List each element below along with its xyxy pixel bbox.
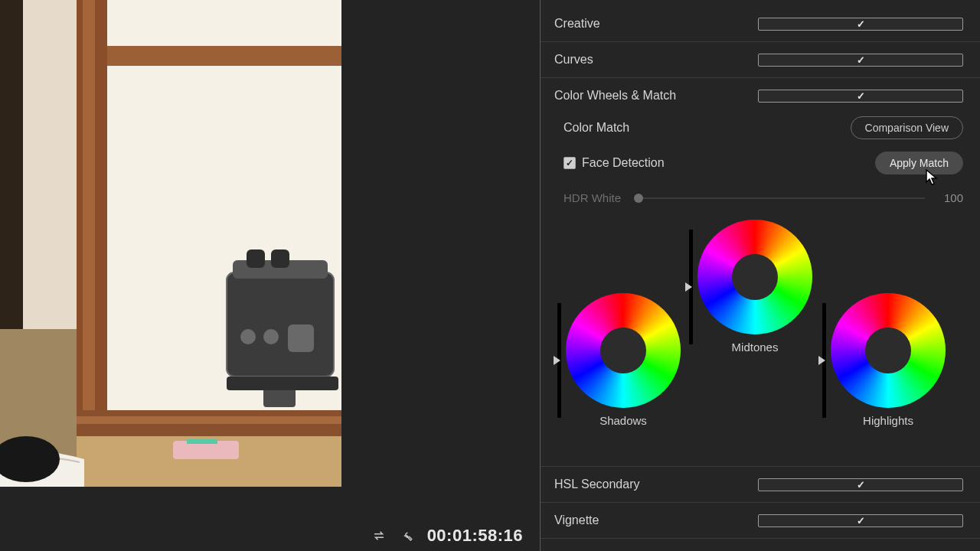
svg-rect-16 [271, 249, 289, 268]
hdr-white-slider [639, 197, 925, 199]
lumetri-panel: Creative Curves Color Wheels & Match Col… [541, 0, 980, 551]
color-match-label: Color Match [554, 121, 629, 135]
midtones-luma-slider[interactable] [689, 230, 693, 344]
section-hsl-secondary[interactable]: HSL Secondary [541, 467, 980, 503]
highlights-luma-slider[interactable] [822, 303, 826, 418]
shadows-luma-slider[interactable] [557, 303, 561, 418]
svg-rect-19 [288, 324, 314, 352]
svg-rect-6 [77, 416, 341, 424]
preview-toolbar: 00:01:58:16 [0, 520, 540, 551]
svg-point-18 [263, 329, 279, 344]
section-creative[interactable]: Creative [541, 6, 980, 42]
svg-rect-15 [247, 249, 265, 268]
wheel-group-midtones: Midtones [689, 220, 812, 354]
wheel-group-shadows: Shadows [557, 293, 681, 427]
slider-handle-icon[interactable] [554, 356, 560, 365]
toggle-curves[interactable] [758, 54, 963, 67]
section-header[interactable]: Color Wheels & Match [541, 78, 980, 113]
color-wheels: Midtones Shadows [554, 220, 963, 449]
toggle-color-wheels[interactable] [758, 90, 963, 103]
section-title: Vignette [554, 514, 758, 527]
shadows-label: Shadows [599, 414, 647, 427]
svg-rect-12 [227, 272, 334, 377]
hdr-white-thumb [634, 194, 643, 203]
hdr-white-value: 100 [933, 191, 963, 204]
section-color-wheels-match: Color Wheels & Match Color Match Compari… [541, 78, 980, 467]
highlights-wheel[interactable] [831, 293, 946, 408]
hdr-white-label: HDR White [554, 191, 631, 204]
hdr-white-row: HDR White 100 [554, 191, 963, 204]
section-title: Color Wheels & Match [554, 89, 758, 103]
svg-rect-3 [83, 0, 95, 429]
wrench-icon[interactable] [400, 529, 413, 543]
video-still-image [0, 0, 341, 487]
timecode[interactable]: 00:01:58:16 [427, 526, 523, 546]
apply-match-button[interactable]: Apply Match [875, 152, 963, 174]
svg-rect-11 [187, 439, 217, 444]
midtones-wheel[interactable] [697, 220, 812, 334]
highlights-label: Highlights [863, 414, 913, 427]
app-root: 00:01:58:16 Creative Curves Color Wheels… [0, 0, 980, 551]
program-monitor: 00:01:58:16 [0, 0, 541, 551]
toggle-creative[interactable] [758, 18, 963, 31]
section-title: HSL Secondary [554, 478, 758, 491]
shadows-wheel[interactable] [566, 293, 681, 408]
slider-handle-icon[interactable] [818, 356, 825, 365]
section-curves[interactable]: Curves [541, 42, 980, 78]
face-detection-label: Face Detection [582, 156, 665, 170]
section-vignette[interactable]: Vignette [541, 503, 980, 539]
svg-rect-21 [227, 377, 338, 390]
swap-icon[interactable] [372, 529, 386, 543]
toggle-hsl[interactable] [758, 478, 963, 491]
wheel-group-highlights: Highlights [822, 293, 946, 427]
video-preview[interactable] [0, 0, 341, 487]
toggle-vignette[interactable] [758, 514, 963, 527]
slider-handle-icon[interactable] [685, 282, 692, 292]
svg-point-17 [240, 329, 256, 344]
comparison-view-button[interactable]: Comparison View [851, 116, 963, 139]
section-title: Creative [554, 17, 758, 31]
section-title: Curves [554, 53, 758, 67]
svg-rect-4 [107, 46, 341, 66]
midtones-label: Midtones [732, 341, 779, 354]
face-detection-checkbox[interactable] [564, 157, 576, 169]
